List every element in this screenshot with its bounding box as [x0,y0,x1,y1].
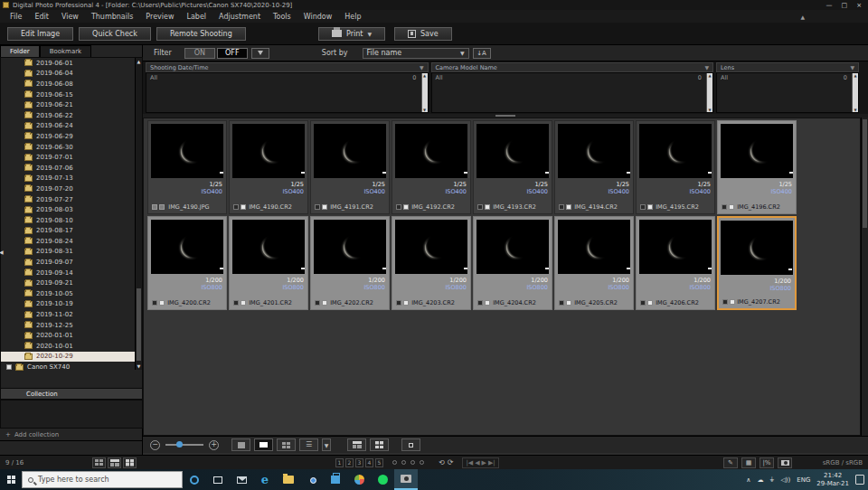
menu-item[interactable]: Window [297,11,339,23]
onedrive-cloud-icon[interactable]: ☁ [757,476,763,484]
label-dot-button[interactable] [410,460,415,465]
filter-scrollbar[interactable] [706,73,712,112]
store-button[interactable] [324,469,347,490]
tab-bookmark[interactable]: Bookmark [40,45,91,57]
view-large-thumb-button[interactable] [231,438,250,451]
thumbnail-tile[interactable]: 1/200 ISO800 IMG_4205.CR2 [554,216,634,310]
print-button[interactable]: Print ▼ [318,27,385,41]
chevron-up-icon[interactable]: ∧ [746,476,750,484]
thumbnail-tile[interactable]: 1/200 ISO800 IMG_4203.CR2 [392,216,471,310]
check-mark-box[interactable] [559,300,564,306]
view-small-thumb-button[interactable] [277,438,296,451]
tab-folder[interactable]: Folder [0,45,40,57]
layout-vertical-button[interactable] [123,457,137,468]
folder-item[interactable]: 2019-08-10 [1,215,142,226]
thumbnail-tile[interactable]: 1/25 ISO400 IMG_4194.CR2 [554,120,634,214]
check-mark-box[interactable] [396,300,401,306]
check-mark-box[interactable] [559,204,564,210]
check-mark-box[interactable] [233,204,239,210]
filter-list-item[interactable]: All 0 [146,73,428,82]
zoom-slider[interactable] [165,444,203,446]
folder-item[interactable]: 2019-09-07 [1,257,142,268]
filter-on-button[interactable]: ON [184,48,215,59]
folder-item[interactable]: 2019-06-04 [1,69,142,80]
folder-item[interactable]: 2019-06-21 [1,99,142,110]
prev-image-button[interactable]: ◀ [475,459,479,466]
rating-button[interactable]: 1 [335,458,344,467]
folder-item[interactable]: 2019-09-21 [1,278,142,288]
thumbnail-tile[interactable]: 1/200 ISO800 IMG_4202.CR2 [310,216,390,310]
rating-button[interactable]: 5 [375,458,383,467]
layout-horizontal-button[interactable] [108,457,121,468]
folder-item[interactable]: 2019-11-02 [1,309,142,320]
photos-button[interactable] [347,469,371,490]
folder-item[interactable]: 2019-07-01 [1,152,142,163]
check-mark-box[interactable] [477,300,483,306]
info-button[interactable]: |% [760,457,774,468]
check-mark-box[interactable] [722,204,727,210]
filter-list-item[interactable]: All 0 [717,73,858,82]
sort-select[interactable]: File name ▼ [363,48,469,59]
language-indicator[interactable]: ENG [797,476,810,484]
last-image-button[interactable]: ▶| [488,459,495,466]
layout-grid-button[interactable] [92,457,106,468]
start-button[interactable] [0,469,22,490]
edit-tool-button[interactable]: ✎ [723,457,738,468]
maximize-button[interactable]: □ [842,2,848,9]
chrome-button[interactable] [300,469,324,490]
single-preview-button[interactable] [401,438,420,451]
scroll-up-icon[interactable]: ▲ [136,58,142,65]
filter-settings-button[interactable] [251,48,269,59]
multi-layout-button[interactable] [347,438,366,451]
folder-item[interactable]: 2019-08-24 [1,236,142,247]
thumbnail-tile[interactable]: 1/25 ISO400 IMG_4193.CR2 [473,120,552,214]
edit-image-button[interactable]: Edit Image [7,27,73,41]
filter-list-item[interactable]: All 0 [432,73,713,82]
filter-column-header[interactable]: Camera Model Name ▼ [431,62,714,72]
folder-item[interactable]: 2020-10-29 [1,352,142,363]
check-mark-box[interactable] [640,204,646,210]
first-image-button[interactable]: |◀ [466,459,473,466]
menu-item[interactable]: File [4,11,28,23]
thumbnail-tile[interactable]: 1/25 ISO400 IMG_4191.CR2 [310,120,390,214]
menu-item[interactable]: Adjustment [212,11,267,23]
folder-item[interactable]: 2019-07-27 [1,194,142,205]
folder-item[interactable]: 2019-07-06 [1,163,142,174]
thumbnail-tile[interactable]: 1/200 ISO800 IMG_4207.CR2 [717,216,797,310]
menu-item[interactable]: Preview [139,11,180,23]
close-button[interactable]: × [856,2,862,9]
check-mark-box[interactable] [396,204,401,210]
filter-column-header[interactable]: Lens ▼ [716,62,859,72]
check-mark-box[interactable] [315,300,320,306]
thumbnail-tile[interactable]: 1/25 ISO400 IMG_4196.CR2 [717,120,797,214]
filter-scrollbar[interactable] [852,73,858,112]
check-mark-box[interactable] [640,300,646,306]
thumbnail-tile[interactable]: 1/200 ISO800 IMG_4204.CR2 [473,216,552,310]
histogram-button[interactable]: ▦ [741,457,756,468]
mail-button[interactable] [230,469,253,490]
task-view-button[interactable] [206,469,230,490]
check-mark-box[interactable] [722,299,728,305]
folder-item[interactable]: 2020-01-01 [1,330,142,341]
folder-item[interactable]: 2019-07-20 [1,184,142,194]
minimize-button[interactable]: — [826,2,833,9]
view-list-button[interactable]: ☰ [299,438,318,451]
speaker-icon[interactable]: ◁)) [780,476,790,484]
folder-item-parent[interactable]: Canon SX740 [1,362,142,372]
thumbnail-tile[interactable]: 1/25 ISO400 IMG_4190.JPG [147,120,227,214]
rotate-left-button[interactable]: ⟲ [439,458,445,466]
folder-item[interactable]: 2019-08-31 [1,247,142,258]
save-button[interactable]: Save [394,27,452,41]
thumbnail-tile[interactable]: 1/200 ISO800 IMG_4201.CR2 [229,216,308,310]
spotify-button[interactable] [371,469,394,490]
folder-item[interactable]: 2019-12-25 [1,320,142,331]
main-scrollbar[interactable] [861,118,868,436]
camera-info-button[interactable] [778,457,792,468]
folder-item[interactable]: 2019-06-22 [1,110,142,121]
menu-item[interactable]: Tools [267,11,297,23]
folder-item[interactable]: 2019-08-17 [1,226,142,237]
menu-item[interactable]: Help [338,11,367,23]
folder-item[interactable]: 2019-06-29 [1,131,142,142]
label-dot-button[interactable] [420,460,424,465]
thumbnail-tile[interactable]: 1/200 ISO800 IMG_4200.CR2 [147,216,227,310]
